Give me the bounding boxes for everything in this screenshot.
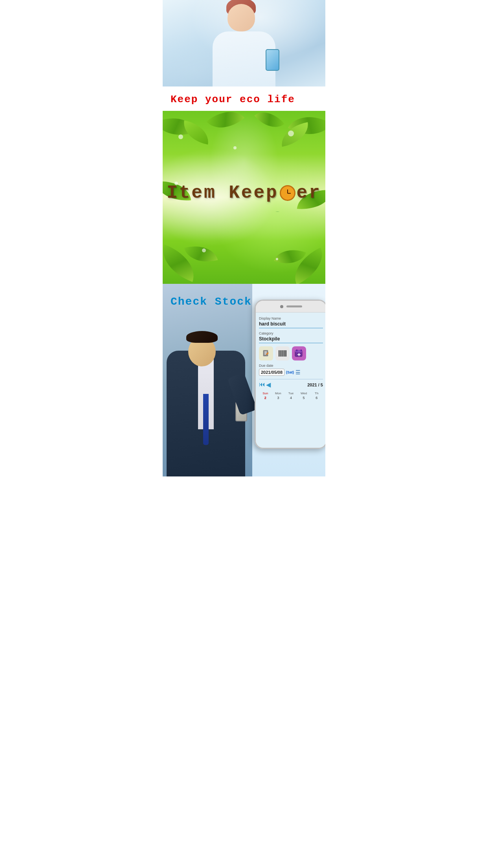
bokeh-dot [276,258,278,260]
cal-day-5[interactable]: 5 [297,396,310,400]
due-date-row: 2021/05/08 (Sat) ☰ [259,369,323,376]
phone-mockup: Display Name hard biscuit Category Stock… [255,300,325,449]
speaker-icon [286,305,302,307]
hero-section [163,0,325,86]
cal-day-2[interactable]: 2 [259,396,272,400]
svg-rect-5 [279,350,279,357]
due-date-label: Due date [259,364,323,368]
fast-back-arrow[interactable]: ⏮ [259,381,265,388]
logo-reflection: Item Keeper [167,211,321,212]
list-icon[interactable]: ☰ [295,369,301,375]
calendar-prev-buttons[interactable]: ⏮ ◀ [259,381,271,388]
logo-text-part1: Item Keep [167,183,278,203]
day-thu: Th [310,392,323,395]
check-stock-text: Check Stock [171,296,252,308]
category-field: Category Stockpile [259,331,323,343]
day-tue: Tue [284,392,297,395]
cal-day-6[interactable]: 6 [310,396,323,400]
nature-section: Item Keep er Item Keeper [163,111,325,284]
barcode-icon-button[interactable] [275,346,290,360]
tagline-text: Keep your eco life [171,94,295,105]
due-date-section: Due date 2021/05/08 (Sat) ☰ [259,364,323,376]
bokeh-dot [202,248,206,252]
display-name-field: Display Name hard biscuit [259,316,323,328]
day-sun: Sun [259,392,272,395]
due-date-value[interactable]: 2021/05/08 [259,369,284,376]
bokeh-dot [233,146,237,149]
day-mon: Mon [272,392,285,395]
logo-clock-icon [280,185,295,201]
category-label: Category [259,331,323,335]
svg-rect-10 [284,350,284,357]
person-with-phone [163,284,252,476]
svg-rect-7 [281,350,281,357]
bokeh-dot [288,131,294,136]
calendar-days-header: Sun Mon Tue Wed Th [259,392,323,395]
back-arrow[interactable]: ◀ [266,381,271,388]
front-camera-icon [280,305,283,308]
display-name-label: Display Name [259,316,323,320]
calendar-days-row: 2 3 4 5 6 [259,396,323,400]
note-icon-button[interactable] [259,346,273,360]
tagline-section: Keep your eco life [163,86,325,111]
action-icons-row [259,346,323,360]
category-value[interactable]: Stockpile [259,336,323,343]
svg-rect-9 [283,350,283,357]
svg-rect-11 [284,350,285,357]
bokeh-dot [178,134,183,139]
svg-rect-15 [296,349,297,351]
phone-notch [256,301,325,313]
svg-rect-6 [280,350,280,357]
cal-day-4[interactable]: 4 [284,396,297,400]
day-wed: Wed [297,392,310,395]
app-logo: Item Keep er Item Keeper [167,183,321,212]
check-stock-label: Check Stock [171,296,252,308]
calendar-add-icon-button[interactable] [292,346,306,360]
svg-rect-16 [301,349,302,351]
display-name-value[interactable]: hard biscuit [259,321,323,328]
check-stock-section: Check Stock Display Name hard biscuit Ca… [163,284,325,476]
svg-rect-18 [299,353,299,356]
svg-rect-12 [286,350,286,357]
calendar-month-label: 2021 / 5 [307,383,323,387]
svg-rect-8 [282,350,282,357]
calendar-nav: ⏮ ◀ 2021 / 5 [259,379,323,390]
logo-text-part2: er [297,183,321,203]
cal-day-3[interactable]: 3 [272,396,285,400]
due-date-day-badge: (Sat) [286,370,294,374]
phone-screen: Display Name hard biscuit Category Stock… [256,313,325,448]
app-logo-text: Item Keep er [167,183,321,203]
